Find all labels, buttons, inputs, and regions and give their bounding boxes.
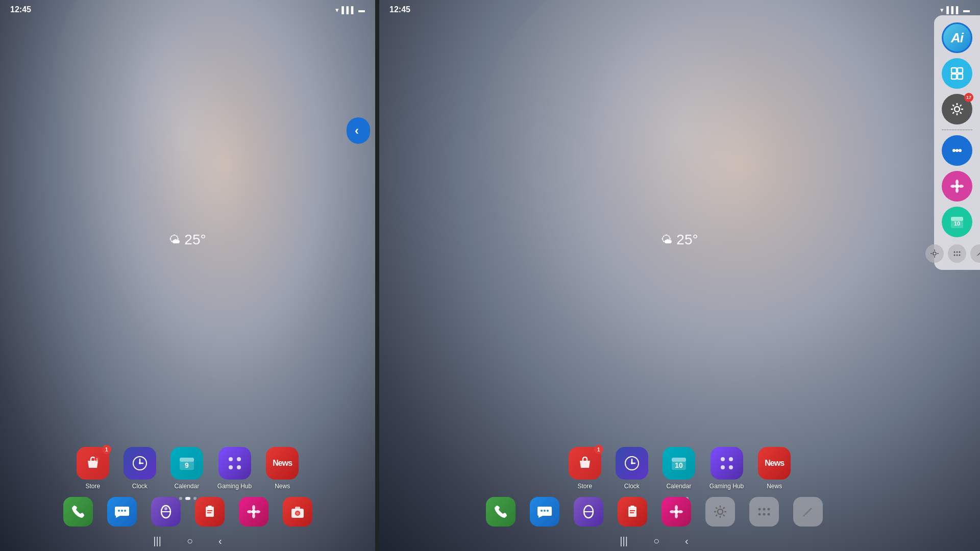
right-wifi-icon: ▾ bbox=[940, 6, 944, 14]
edge-screenshot-button[interactable] bbox=[942, 58, 972, 89]
edge-panel-divider bbox=[942, 130, 972, 130]
left-status-icons: ▾ ▌▌▌ ▬ bbox=[335, 6, 365, 14]
weather-cloud-icon: 🌤 bbox=[169, 233, 180, 246]
wifi-icon: ▾ bbox=[335, 6, 339, 14]
svg-point-73 bbox=[955, 180, 959, 185]
edge-calendar-button[interactable]: 10 bbox=[942, 207, 972, 237]
flower-icon bbox=[239, 497, 268, 527]
right-phone-icon bbox=[486, 497, 516, 527]
svg-point-25 bbox=[252, 513, 255, 518]
right-dock-gear[interactable] bbox=[705, 497, 735, 527]
svg-text:9: 9 bbox=[185, 461, 189, 469]
svg-point-54 bbox=[670, 510, 675, 513]
ai-label: Ai bbox=[951, 30, 963, 46]
right-gaming-icon bbox=[710, 447, 743, 480]
right-app-news[interactable]: News News bbox=[758, 447, 791, 490]
svg-text:10: 10 bbox=[954, 220, 960, 227]
left-weather: 🌤 25° bbox=[169, 232, 206, 248]
left-dock-clipboard[interactable] bbox=[195, 497, 225, 527]
edge-small-controls bbox=[925, 244, 980, 263]
right-dock-dots[interactable] bbox=[749, 497, 779, 527]
right-nav-home[interactable]: ○ bbox=[653, 535, 659, 547]
left-nav-home[interactable]: ○ bbox=[187, 535, 193, 547]
right-dock-edit[interactable] bbox=[793, 497, 823, 527]
svg-point-35 bbox=[631, 462, 633, 464]
left-dock-phone[interactable] bbox=[63, 497, 93, 527]
svg-point-16 bbox=[124, 510, 126, 512]
right-dock-flower[interactable] bbox=[662, 497, 691, 527]
phone-divider bbox=[375, 0, 379, 551]
svg-point-69 bbox=[952, 149, 955, 152]
edge-settings-button[interactable]: 17 bbox=[942, 94, 972, 124]
svg-point-68 bbox=[954, 107, 960, 112]
edge-small-grid[interactable] bbox=[948, 244, 966, 263]
svg-point-51 bbox=[674, 510, 678, 514]
edge-ai-button[interactable]: Ai bbox=[942, 22, 972, 53]
right-nav-bar: ||| ○ ‹ bbox=[379, 535, 929, 547]
right-app-store[interactable]: 1 Store bbox=[569, 447, 601, 490]
svg-point-60 bbox=[758, 513, 761, 516]
left-app-news[interactable]: News News bbox=[266, 447, 299, 490]
left-nav-back[interactable]: ‹ bbox=[218, 535, 222, 547]
svg-point-10 bbox=[229, 457, 233, 461]
left-dock-camera[interactable] bbox=[283, 497, 312, 527]
edge-flower-button[interactable] bbox=[942, 171, 972, 202]
right-app-clock[interactable]: Clock bbox=[616, 447, 648, 490]
right-store-badge: 1 bbox=[594, 445, 603, 454]
right-dock bbox=[379, 497, 929, 527]
svg-point-24 bbox=[252, 505, 255, 510]
back-chevron-icon: ‹ bbox=[355, 123, 359, 138]
right-dock-clipboard[interactable] bbox=[618, 497, 647, 527]
right-calendar-wrap: 10 bbox=[663, 447, 695, 480]
left-dock-messages[interactable] bbox=[107, 497, 137, 527]
flower-panel-icon bbox=[949, 179, 965, 194]
edge-small-gear[interactable] bbox=[925, 244, 944, 263]
svg-rect-64 bbox=[951, 68, 957, 73]
right-calendar-label: Calendar bbox=[666, 483, 691, 490]
edge-bottom-row bbox=[925, 244, 980, 263]
left-dock-bixby[interactable] bbox=[151, 497, 181, 527]
svg-point-12 bbox=[229, 465, 233, 469]
clock-label: Clock bbox=[132, 483, 148, 490]
svg-point-45 bbox=[547, 510, 549, 512]
svg-point-56 bbox=[718, 509, 723, 514]
left-app-clock[interactable]: Clock bbox=[124, 447, 156, 490]
edge-back-button[interactable]: ‹ bbox=[347, 117, 370, 144]
right-store-label: Store bbox=[577, 483, 592, 490]
svg-point-23 bbox=[252, 510, 256, 514]
right-dock-phone[interactable] bbox=[486, 497, 516, 527]
edge-small-edit[interactable] bbox=[970, 244, 980, 263]
svg-text:10: 10 bbox=[675, 461, 683, 469]
svg-point-70 bbox=[955, 149, 959, 152]
clipboard-icon bbox=[195, 497, 225, 527]
left-app-gaming[interactable]: Gaming Hub bbox=[217, 447, 252, 490]
left-dock-flower[interactable] bbox=[239, 497, 268, 527]
right-store-icon-wrap: 1 bbox=[569, 447, 601, 480]
svg-point-58 bbox=[763, 508, 765, 511]
right-weather: 🌤 25° bbox=[661, 232, 698, 248]
svg-point-61 bbox=[763, 513, 765, 516]
svg-text:1: 1 bbox=[96, 457, 99, 462]
edge-chat-button[interactable] bbox=[942, 135, 972, 166]
svg-point-55 bbox=[678, 510, 683, 513]
left-nav-recents[interactable]: ||| bbox=[153, 535, 161, 547]
right-dock-bixby[interactable] bbox=[574, 497, 603, 527]
right-app-calendar[interactable]: 10 Calendar bbox=[663, 447, 695, 490]
svg-point-81 bbox=[954, 252, 955, 253]
svg-point-18 bbox=[164, 507, 167, 510]
right-nav-recents[interactable]: ||| bbox=[620, 535, 628, 547]
signal-icon: ▌▌▌ bbox=[341, 6, 356, 14]
right-dock-messages[interactable] bbox=[530, 497, 559, 527]
right-news-wrap: News bbox=[758, 447, 791, 480]
right-nav-back[interactable]: ‹ bbox=[685, 535, 689, 547]
left-app-store[interactable]: 1 1 Store bbox=[77, 447, 109, 490]
right-status-icons: ▾ ▌▌▌ ▬ bbox=[940, 6, 970, 14]
right-clock-icon bbox=[616, 447, 648, 480]
left-app-calendar[interactable]: 9 Calendar bbox=[170, 447, 203, 490]
chat-icon bbox=[949, 143, 965, 158]
svg-point-85 bbox=[957, 255, 958, 256]
left-dock bbox=[0, 497, 375, 527]
left-nav-bar: ||| ○ ‹ bbox=[0, 535, 375, 547]
svg-point-62 bbox=[767, 513, 770, 516]
right-app-gaming[interactable]: Gaming Hub bbox=[709, 447, 744, 490]
